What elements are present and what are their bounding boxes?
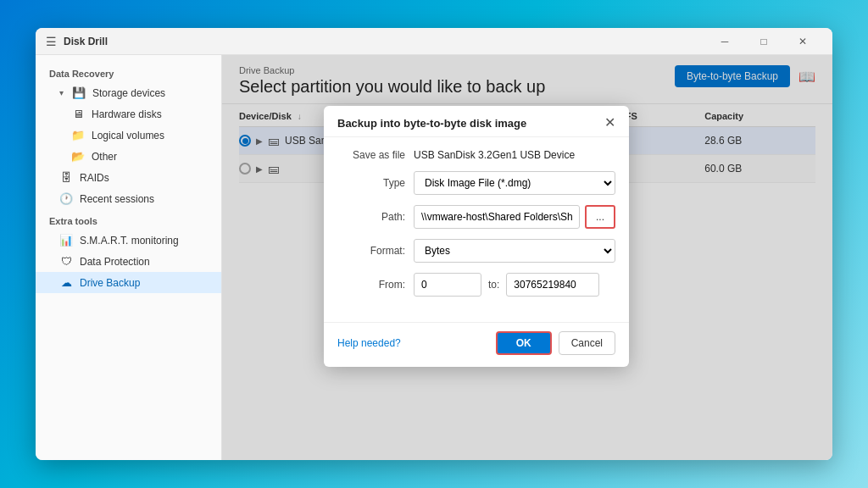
drive-backup-icon: ☁ — [59, 276, 73, 289]
sidebar-item-raids[interactable]: 🗄 RAIDs — [36, 167, 221, 188]
sidebar-item-data-protection[interactable]: 🛡 Data Protection — [36, 251, 221, 272]
sidebar-label-drive-backup: Drive Backup — [80, 277, 140, 289]
dialog-title-bar: Backup into byte-to-byte disk image ✕ — [324, 106, 629, 137]
sidebar-item-recent-sessions[interactable]: 🕐 Recent sessions — [36, 188, 221, 209]
save-as-file-row: Save as file USB SanDisk 3.2Gen1 USB Dev… — [337, 149, 615, 161]
other-icon: 📂 — [71, 150, 85, 163]
minimize-button[interactable]: ─ — [705, 28, 744, 55]
from-to-group: to: — [414, 273, 615, 297]
type-label: Type — [337, 177, 405, 189]
cancel-button[interactable]: Cancel — [559, 331, 615, 355]
hamburger-icon[interactable]: ☰ — [46, 35, 57, 48]
browse-button[interactable]: ... — [585, 205, 615, 229]
sidebar-label-other: Other — [92, 151, 117, 163]
raids-icon: 🗄 — [59, 171, 73, 184]
format-row: Format: Bytes — [337, 239, 615, 263]
expand-arrow-icon: ▾ — [59, 88, 64, 97]
dialog-close-button[interactable]: ✕ — [604, 116, 615, 130]
sidebar: Data Recovery ▾ 💾 Storage devices 🖥 Hard… — [36, 55, 222, 460]
path-label: Path: — [337, 211, 405, 223]
type-row: Type Disk Image File (*.dmg) — [337, 171, 615, 195]
sidebar-item-other[interactable]: 📂 Other — [36, 146, 221, 167]
format-label: Format: — [337, 245, 405, 257]
type-select[interactable]: Disk Image File (*.dmg) — [414, 171, 615, 195]
from-to-row: From: to: — [337, 273, 615, 297]
title-bar: ☰ Disk Drill ─ □ ✕ — [36, 28, 832, 55]
dialog-footer: Help needed? OK Cancel — [324, 322, 629, 367]
app-window: ☰ Disk Drill ─ □ ✕ Data Recovery ▾ 💾 Sto… — [36, 28, 832, 460]
app-title: Disk Drill — [64, 36, 108, 47]
dialog-body: Save as file USB SanDisk 3.2Gen1 USB Dev… — [324, 137, 629, 319]
sidebar-label-recent-sessions: Recent sessions — [80, 193, 154, 205]
hardware-disks-icon: 🖥 — [71, 108, 85, 120]
title-bar-controls: ─ □ ✕ — [705, 28, 822, 55]
content-area: Drive Backup Select partition you would … — [222, 55, 832, 460]
smart-monitoring-icon: 📊 — [59, 234, 73, 247]
sidebar-label-data-protection: Data Protection — [80, 256, 150, 268]
sidebar-label-smart-monitoring: S.M.A.R.T. monitoring — [80, 235, 179, 247]
help-link[interactable]: Help needed? — [337, 337, 401, 349]
path-input[interactable] — [414, 205, 580, 229]
sidebar-item-hardware-disks[interactable]: 🖥 Hardware disks — [36, 103, 221, 125]
from-label: From: — [337, 279, 405, 291]
title-bar-left: ☰ Disk Drill — [46, 35, 108, 48]
maximize-button[interactable]: □ — [744, 28, 783, 55]
from-input[interactable] — [414, 273, 481, 297]
format-select[interactable]: Bytes — [414, 239, 615, 263]
sidebar-item-drive-backup[interactable]: ☁ Drive Backup — [36, 272, 221, 293]
main-layout: Data Recovery ▾ 💾 Storage devices 🖥 Hard… — [36, 55, 832, 460]
sidebar-item-smart-monitoring[interactable]: 📊 S.M.A.R.T. monitoring — [36, 230, 221, 251]
close-button[interactable]: ✕ — [783, 28, 822, 55]
sidebar-item-storage-devices[interactable]: ▾ 💾 Storage devices — [36, 82, 221, 103]
path-input-group: ... — [414, 205, 615, 229]
logical-volumes-icon: 📁 — [71, 129, 85, 141]
sidebar-label-logical-volumes: Logical volumes — [92, 130, 164, 141]
sidebar-label-raids: RAIDs — [80, 172, 109, 184]
dialog: Backup into byte-to-byte disk image ✕ Sa… — [324, 106, 629, 367]
sidebar-section-data-recovery: Data Recovery — [36, 62, 221, 82]
storage-devices-icon: 💾 — [72, 86, 86, 99]
data-protection-icon: 🛡 — [59, 255, 73, 268]
sidebar-label-hardware-disks: Hardware disks — [92, 108, 162, 120]
path-row: Path: ... — [337, 205, 615, 229]
save-as-file-label: Save as file — [337, 149, 405, 161]
footer-buttons: OK Cancel — [496, 331, 615, 355]
dialog-title: Backup into byte-to-byte disk image — [337, 117, 526, 130]
ok-button[interactable]: OK — [496, 331, 552, 355]
to-label: to: — [488, 279, 499, 291]
recent-sessions-icon: 🕐 — [59, 192, 73, 205]
sidebar-section-extra-tools: Extra tools — [36, 209, 221, 230]
sidebar-label-storage-devices: Storage devices — [92, 87, 165, 99]
to-input[interactable] — [506, 273, 599, 297]
dialog-overlay: Backup into byte-to-byte disk image ✕ Sa… — [222, 55, 832, 460]
save-as-file-value: USB SanDisk 3.2Gen1 USB Device — [414, 149, 615, 161]
sidebar-item-logical-volumes[interactable]: 📁 Logical volumes — [36, 125, 221, 146]
